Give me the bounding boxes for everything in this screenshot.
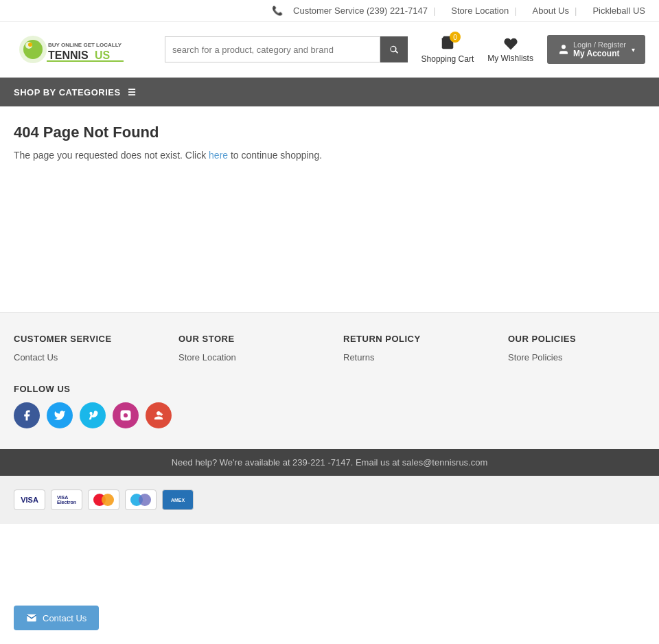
svg-point-10 [562, 45, 566, 49]
svg-point-4 [28, 43, 32, 47]
page-title: 404 Page Not Found [14, 124, 645, 141]
svg-point-14 [102, 494, 114, 506]
my-account-label: My Account [573, 49, 620, 58]
facebook-icon[interactable] [14, 402, 40, 428]
google-plus-icon[interactable] [146, 402, 172, 428]
main-content: 404 Page Not Found The page you requeste… [0, 106, 659, 312]
search-icon [389, 44, 400, 55]
footer-col-our-store: OUR STORE Store Location [178, 334, 316, 367]
store-location-link[interactable]: Store Location [451, 5, 509, 16]
visa-electron-card-icon: VISAElectron [51, 490, 82, 510]
search-button[interactable] [380, 36, 408, 62]
top-bar: 📞 Customer Service (239) 221-7147 | Stor… [0, 0, 659, 22]
page-message-before: The page you requested does not exist. C… [14, 150, 209, 161]
logo[interactable]: BUY ONLINE GET LOCALLY TENNIS US [14, 29, 130, 70]
cart-label: Shopping Cart [421, 54, 474, 64]
svg-text:BUY ONLINE GET LOCALLY: BUY ONLINE GET LOCALLY [48, 42, 122, 48]
instagram-icon[interactable] [113, 402, 139, 428]
wishlist-label: My Wishlists [487, 54, 533, 63]
returns-footer-link[interactable]: Returns [343, 352, 481, 363]
pickleball-us-link[interactable]: Pickleball US [592, 5, 645, 16]
payment-section: VISA VISAElectron AMEX [0, 476, 659, 524]
nav-bar: SHOP BY CATEGORIES ☰ [0, 78, 659, 106]
continue-shopping-link[interactable]: here [209, 150, 228, 161]
shopping-cart-button[interactable]: 0 Shopping Cart [421, 35, 474, 64]
footer-col-our-policies: OUR POLICIES Store Policies [508, 334, 645, 367]
contact-us-footer-link[interactable]: Contact Us [14, 352, 151, 363]
chevron-down-icon: ▾ [632, 46, 635, 54]
phone-icon: 📞 [272, 5, 283, 16]
separator-3: | [575, 5, 577, 16]
footer-our-store-title: OUR STORE [178, 334, 316, 344]
maestro-card-icon [125, 490, 157, 510]
footer-return-policy-title: RETURN POLICY [343, 334, 481, 344]
shop-by-categories-button[interactable]: SHOP BY CATEGORIES ☰ [14, 87, 136, 97]
footer-customer-service-title: CUSTOMER SERVICE [14, 334, 151, 344]
main-header: BUY ONLINE GET LOCALLY TENNIS US 0 [0, 22, 659, 78]
footer-bottom: Need help? We're available at 239-221 -7… [0, 449, 659, 476]
my-account-button[interactable]: Login / Register My Account ▾ [547, 35, 645, 64]
mastercard-icon [88, 490, 119, 510]
menu-icon: ☰ [128, 87, 137, 97]
footer-col-customer-service: CUSTOMER SERVICE Contact Us [14, 334, 151, 367]
footer-columns: CUSTOMER SERVICE Contact Us OUR STORE St… [14, 334, 645, 367]
heart-icon [503, 36, 518, 51]
separator-2: | [514, 5, 516, 16]
header-actions: 0 Shopping Cart My Wishlists Login / Reg… [421, 35, 645, 64]
footer-main: CUSTOMER SERVICE Contact Us OUR STORE St… [0, 312, 659, 449]
separator-1: | [433, 5, 435, 16]
svg-point-2 [23, 40, 43, 59]
footer-col-return-policy: RETURN POLICY Returns [343, 334, 481, 367]
search-input[interactable] [165, 36, 380, 62]
customer-service-link[interactable]: Customer Service (239) 221-7147 [293, 5, 428, 16]
search-area [165, 36, 408, 62]
follow-us-title: FOLLOW US [14, 384, 645, 394]
cart-badge: 0 [450, 32, 461, 43]
store-location-footer-link[interactable]: Store Location [178, 352, 316, 363]
page-message-after: to continue shopping. [228, 150, 322, 161]
account-icon [557, 43, 570, 56]
svg-text:US: US [95, 49, 111, 61]
page-message: The page you requested does not exist. C… [14, 150, 645, 161]
about-us-link[interactable]: About Us [533, 5, 569, 16]
follow-section: FOLLOW US [14, 384, 645, 428]
footer-help-text: Need help? We're available at 239-221 -7… [172, 457, 488, 468]
visa-card-icon: VISA [14, 490, 45, 510]
login-register-label: Login / Register [573, 41, 626, 49]
amex-card-icon: AMEX [162, 490, 194, 510]
shop-by-categories-label: SHOP BY CATEGORIES [14, 87, 121, 97]
svg-text:TENNIS: TENNIS [48, 49, 89, 61]
store-policies-footer-link[interactable]: Store Policies [508, 352, 645, 363]
footer-our-policies-title: OUR POLICIES [508, 334, 645, 344]
payment-cards: VISA VISAElectron AMEX [14, 490, 194, 510]
twitter-icon[interactable] [47, 402, 73, 428]
social-icons [14, 402, 645, 428]
svg-point-16 [139, 494, 151, 506]
logo-area: BUY ONLINE GET LOCALLY TENNIS US [14, 29, 151, 70]
vimeo-icon[interactable] [80, 402, 106, 428]
wishlist-button[interactable]: My Wishlists [487, 36, 533, 63]
svg-rect-8 [47, 60, 124, 62]
